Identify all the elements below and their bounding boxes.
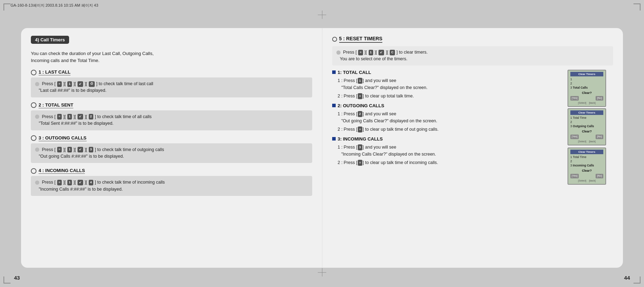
lcd-line-3c: 3 Incoming Calls <box>570 164 603 168</box>
bullet-3 <box>332 137 336 141</box>
lcd-line-3a: 1 Total Time <box>570 155 603 159</box>
btn-4: 4 <box>89 180 93 185</box>
lcd-screen-3: Clear Timers 1 Total Time 2 3 Incoming C… <box>568 148 606 185</box>
lcd-btn-yes-1: [Yes] <box>570 96 579 101</box>
left-intro: You can check the duration of your Last … <box>31 50 312 64</box>
header-bar: GA-160-8-13페이지 2003.8.16 10:15 AM 페이지 43 <box>11 3 98 8</box>
sub-header-icon-3 <box>31 135 36 141</box>
reset-intro: Press [ ≡ ][ 1 ][ ↙ ][ C ] to clear time… <box>332 46 613 66</box>
crosshair-top <box>318 11 326 19</box>
subsub-title-1: 1: TOTAL CALL <box>338 70 371 75</box>
lcd-footer-2: [Select] [back] <box>570 140 603 143</box>
btn-1c: 1 <box>67 147 72 152</box>
btn-r-ok1: ≡ <box>358 93 362 99</box>
right-section-icon <box>332 37 337 42</box>
left-panel: 4) Call Timers You can check the duratio… <box>21 28 322 268</box>
lcd-title-3: Clear Timers <box>570 150 603 154</box>
instr-icon-2 <box>35 115 39 119</box>
lcd-line-1a: 1 <box>570 77 603 82</box>
btn-1b: 1 <box>67 114 72 119</box>
subsub-title-3: 3: INCOMING CALLS <box>338 136 383 142</box>
instruction-box-2: Press [ ≡ ][ 1 ][ ↙ ][ 2 ] to check talk… <box>31 110 312 130</box>
right-content-area: 1: TOTAL CALL 1 : Press [1] and you will… <box>332 70 613 166</box>
subsub-title-2: 2: OUTGOING CALLS <box>338 103 384 108</box>
lcd-btn-yes-3: [Yes] <box>570 174 579 178</box>
lcd-title-1: Clear Timers <box>570 72 603 76</box>
lcd-btn-no-1: [No] <box>596 96 603 101</box>
right-panel: 5 : RESET TIMERS Press [ ≡ ][ 1 ][ ↙ ][ … <box>322 28 623 268</box>
bullet-2 <box>332 104 336 107</box>
lcd-line-1c: 3 Total Calls <box>570 86 603 90</box>
instruction-box-3: Press [ ≡ ][ 1 ][ ↙ ][ 3 ] to check talk… <box>31 143 312 163</box>
sub-section-last-call: 1 : LAST CALL Press [ ≡ ][ 1 ][ ↙ ][ ⏱ ]… <box>31 69 312 97</box>
page-number-left: 43 <box>14 275 20 281</box>
sub-section-incoming: 4 : INCOMING CALLS Press [ ≡ ][ 1 ][ ↙ ]… <box>31 168 312 196</box>
lcd-center-2: Clear? <box>570 129 603 134</box>
lcd-line-1b: 2 <box>570 82 603 86</box>
lcd-line-2b: 2 <box>570 120 603 124</box>
lcd-center-1: Clear? <box>570 91 603 95</box>
btn-phone2: ↙ <box>78 114 83 119</box>
lcd-line-2c: 3 Outgoing Calls <box>570 124 603 129</box>
btn-r-ok3: ≡ <box>358 160 362 165</box>
lcd-line-2a: 1 Total Time <box>570 116 603 120</box>
lcd-btn-no-2: [No] <box>596 135 603 139</box>
sub-header-incoming: 4 : INCOMING CALLS <box>31 168 312 174</box>
lcd-btn-yes-2: [Yes] <box>570 135 579 139</box>
main-content: 4) Call Timers You can check the duratio… <box>21 28 623 268</box>
left-section-title: 4) Call Timers <box>31 36 69 44</box>
sub-header-last-call: 1 : LAST CALL <box>31 69 312 75</box>
btn-menu: ≡ <box>57 81 62 87</box>
instr-icon-4 <box>35 180 39 185</box>
sub-header-icon-2 <box>31 102 36 108</box>
corner-mark-tr <box>633 4 640 11</box>
lcd-3-container: Clear Timers 1 Total Time 2 3 Incoming C… <box>568 148 606 185</box>
btn-phone3: ↙ <box>78 147 83 152</box>
sub-header-outgoing: 3 : OUTGOING CALLS <box>31 135 312 141</box>
reset-instr-icon <box>336 50 341 55</box>
btn-menu2: ≡ <box>57 114 62 119</box>
sub-header-icon-1 <box>31 70 36 75</box>
lcd-1-container: Clear Timers 1 2 3 Total Calls Clear? [Y… <box>568 70 606 107</box>
sub-header-total-sent: 2 : TOTAL SENT <box>31 102 312 108</box>
btn-menu4: ≡ <box>57 180 62 185</box>
bullet-1 <box>332 70 336 74</box>
btn-r2a: 2 <box>358 111 362 117</box>
sub-header-text-4: 4 : INCOMING CALLS <box>39 168 85 174</box>
lcd-center-3: Clear? <box>570 169 603 173</box>
btn-r1: 1 <box>369 50 373 55</box>
lcd-title-2: Clear Timers <box>570 110 603 115</box>
sub-section-outgoing: 3 : OUTGOING CALLS Press [ ≡ ][ 1 ][ ↙ ]… <box>31 135 312 163</box>
page-number-right: 44 <box>624 275 630 281</box>
btn-r1a: 1 <box>358 78 362 83</box>
instruction-box-4: Press [ ≡ ][ 1 ][ ↙ ][ 4 ] to check talk… <box>31 176 312 196</box>
btn-phone1: ↙ <box>78 81 83 87</box>
sub-section-total-sent: 2 : TOTAL SENT Press [ ≡ ][ 1 ][ ↙ ][ 2 … <box>31 102 312 130</box>
corner-mark-tl <box>4 4 11 11</box>
crosshair-bottom <box>318 268 326 276</box>
corner-mark-bl <box>4 276 11 283</box>
btn-menu3: ≡ <box>57 147 62 152</box>
instruction-box-1: Press [ ≡ ][ 1 ][ ↙ ][ ⏱ ] to check talk… <box>31 77 312 97</box>
btn-r-ok2: ≡ <box>358 127 362 132</box>
lcd-buttons-3: [Yes] [No] <box>570 174 603 178</box>
btn-rclr: C <box>390 50 395 55</box>
lcd-footer-1: [Select] [back] <box>570 101 603 105</box>
sub-header-text-1: 1 : LAST CALL <box>39 69 71 75</box>
header-text: GA-160-8-13페이지 2003.8.16 10:15 AM 페이지 43 <box>11 3 98 7</box>
instr-icon-1 <box>35 82 39 86</box>
lcd-screen-1: Clear Timers 1 2 3 Total Calls Clear? [Y… <box>568 70 606 107</box>
btn-rmenu: ≡ <box>358 50 363 55</box>
lcd-2-container: Clear Timers 1 Total Time 2 3 Outgoing C… <box>568 108 606 145</box>
lcd-footer-3: [Select] [back] <box>570 179 603 183</box>
instr-icon-3 <box>35 148 39 152</box>
lcd-screen-2: Clear Timers 1 Total Time 2 3 Outgoing C… <box>568 108 606 145</box>
btn-1: 1 <box>67 81 72 87</box>
right-section-title: 5 : RESET TIMERS <box>339 36 383 43</box>
btn-r3a: 3 <box>358 144 362 150</box>
sub-header-text-3: 3 : OUTGOING CALLS <box>39 135 87 141</box>
corner-mark-br <box>633 276 640 283</box>
btn-3: 3 <box>89 147 93 152</box>
btn-rphone: ↙ <box>378 50 384 55</box>
btn-phone4: ↙ <box>78 180 83 185</box>
